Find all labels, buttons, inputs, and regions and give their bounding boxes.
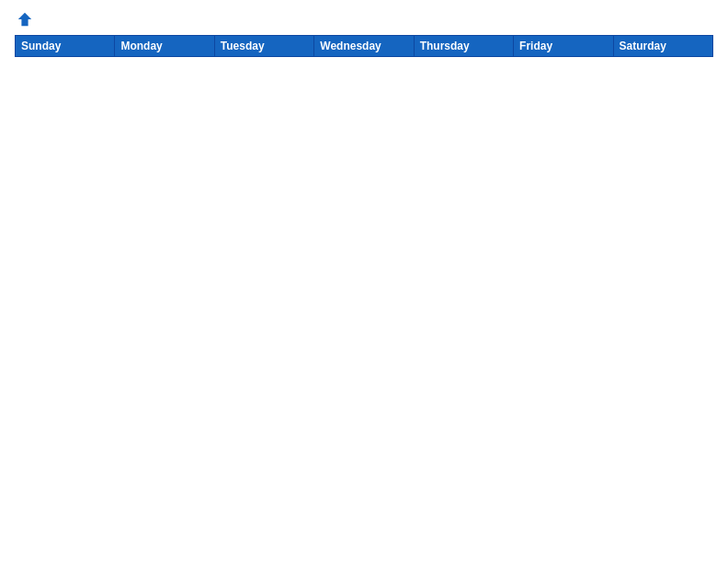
- weekday-header: Wednesday: [314, 36, 414, 57]
- page: SundayMondayTuesdayWednesdayThursdayFrid…: [0, 0, 728, 563]
- header: [15, 11, 713, 28]
- svg-marker-0: [18, 13, 31, 26]
- calendar-table: SundayMondayTuesdayWednesdayThursdayFrid…: [15, 35, 713, 554]
- weekday-row: SundayMondayTuesdayWednesdayThursdayFrid…: [16, 36, 713, 57]
- weekday-header: Friday: [514, 36, 613, 57]
- logo: [15, 11, 33, 28]
- weekday-header: Tuesday: [214, 36, 313, 57]
- calendar-header: SundayMondayTuesdayWednesdayThursdayFrid…: [16, 36, 713, 57]
- weekday-header: Sunday: [16, 36, 115, 57]
- weekday-header: Saturday: [613, 36, 712, 57]
- weekday-header: Monday: [115, 36, 214, 57]
- logo-icon: [17, 11, 33, 28]
- calendar: SundayMondayTuesdayWednesdayThursdayFrid…: [15, 35, 713, 554]
- calendar-body: [16, 57, 713, 554]
- weekday-header: Thursday: [414, 36, 513, 57]
